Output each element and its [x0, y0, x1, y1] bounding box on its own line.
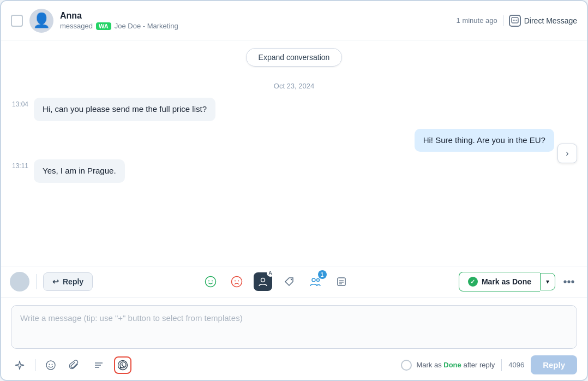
compose-divider-1 — [35, 359, 35, 371]
messaged-label: messaged — [60, 22, 93, 30]
check-circle-icon: ✓ — [468, 277, 478, 287]
svg-point-11 — [290, 279, 291, 280]
team-button[interactable]: 1 — [306, 272, 325, 291]
more-icon: ••• — [563, 276, 574, 288]
svg-point-10 — [261, 278, 265, 282]
done-green-label: Done — [443, 361, 461, 369]
header-divider — [503, 15, 503, 26]
msg-bubble-1: Hi, can you please send me the full pric… — [34, 98, 215, 121]
recipient-name: Joe Doe - Marketing — [115, 22, 178, 30]
reply-button[interactable]: ↩ Reply — [43, 272, 93, 291]
expand-btn-row: Expand conversation — [12, 40, 576, 72]
wa-badge: WA — [96, 22, 111, 30]
compose-divider-2 — [501, 359, 502, 371]
dm-icon — [509, 15, 521, 27]
svg-rect-14 — [338, 278, 345, 285]
svg-point-8 — [235, 281, 236, 282]
svg-point-5 — [208, 281, 209, 282]
compose-placeholder: Write a message (tip: use "+" button to … — [20, 313, 243, 323]
svg-point-1 — [513, 20, 514, 21]
msg-bubble-2: Hi! Sure thing. Are you in the EU? — [415, 129, 554, 152]
message-row: 13:04 Hi, can you please send me the ful… — [12, 98, 576, 121]
sender-info: Anna messaged WA Joe Doe - Marketing — [60, 11, 178, 30]
msg-time-1: 13:04 — [12, 100, 28, 108]
svg-point-4 — [205, 277, 215, 287]
svg-point-18 — [46, 361, 55, 370]
compose-footer-right: Mark as Done after reply 4096 Reply — [401, 355, 577, 374]
direct-message-label: Direct Message — [509, 15, 577, 27]
toolbar: ↩ Reply — [1, 266, 587, 297]
sender-sub: messaged WA Joe Doe - Marketing — [60, 22, 178, 30]
message-row: Hi! Sure thing. Are you in the EU? 13:10 — [12, 129, 576, 152]
timestamp: 1 minute ago — [457, 16, 497, 25]
nav-arrow-button[interactable]: › — [557, 144, 577, 163]
more-options-button[interactable]: ••• — [560, 272, 578, 291]
team-badge: 1 — [318, 270, 327, 279]
direct-message-text: Direct Message — [524, 16, 577, 25]
mark-done-label: Mark as Done — [482, 277, 531, 286]
svg-point-20 — [52, 364, 53, 365]
reply-label: Reply — [63, 277, 83, 286]
svg-point-13 — [316, 279, 319, 282]
svg-point-7 — [231, 277, 242, 287]
label-button[interactable] — [280, 272, 298, 291]
message-row: 13:11 Yes, I am in Prague. — [12, 159, 576, 183]
reply-icon: ↩ — [52, 277, 59, 286]
compose-box[interactable]: Write a message (tip: use "+" button to … — [11, 305, 577, 349]
ai-sparkle-button[interactable] — [11, 356, 28, 374]
svg-point-2 — [514, 20, 515, 21]
expand-conversation-button[interactable]: Expand conversation — [246, 48, 343, 67]
header: 👤 Anna messaged WA Joe Doe - Marketing 1… — [1, 1, 587, 40]
select-checkbox[interactable] — [11, 15, 23, 27]
send-reply-button[interactable]: Reply — [531, 355, 577, 374]
toolbar-icons: A 1 — [97, 272, 454, 291]
main-window: 👤 Anna messaged WA Joe Doe - Marketing 1… — [0, 0, 588, 381]
svg-point-6 — [212, 281, 213, 282]
compose-emoji-button[interactable] — [42, 356, 59, 374]
agent-button[interactable]: A — [254, 272, 272, 291]
mark-done-button[interactable]: ✓ Mark as Done — [459, 272, 540, 291]
whatsapp-button[interactable] — [114, 356, 131, 374]
chat-area[interactable]: Expand conversation Oct 23, 2024 13:04 H… — [1, 40, 587, 266]
msg-time-3: 13:11 — [12, 162, 28, 170]
mark-after-label: Mark as Done after reply — [416, 361, 495, 369]
header-left: 👤 Anna messaged WA Joe Doe - Marketing — [11, 9, 178, 33]
emoji-happy-button[interactable] — [201, 272, 220, 291]
emoji-sad-button[interactable] — [227, 272, 246, 291]
svg-point-12 — [312, 278, 315, 282]
text-format-button[interactable] — [90, 356, 107, 374]
date-divider: Oct 23, 2024 — [12, 82, 576, 90]
agent-badge: A — [267, 269, 274, 277]
toolbar-divider — [36, 274, 37, 289]
char-count: 4096 — [508, 361, 524, 369]
mark-done-dropdown-button[interactable]: ▾ — [540, 273, 555, 290]
toolbar-avatar — [10, 272, 29, 291]
toggle-checkbox[interactable] — [401, 360, 412, 371]
compose-footer: Mark as Done after reply 4096 Reply — [11, 355, 577, 374]
sender-name: Anna — [60, 11, 178, 21]
compose-area: Write a message (tip: use "+" button to … — [1, 297, 587, 380]
mark-done-toggle: Mark as Done after reply — [401, 360, 495, 371]
avatar: 👤 — [29, 9, 53, 33]
msg-bubble-3: Yes, I am in Prague. — [34, 159, 125, 183]
header-right: 1 minute ago Direct Message — [457, 15, 577, 27]
svg-point-19 — [49, 364, 50, 365]
mark-done-group: ✓ Mark as Done ▾ — [459, 272, 555, 291]
svg-point-3 — [516, 20, 517, 21]
checklist-button[interactable] — [332, 272, 351, 291]
attachment-button[interactable] — [66, 356, 83, 374]
avatar-person-icon: 👤 — [33, 12, 50, 29]
svg-point-9 — [238, 281, 239, 282]
